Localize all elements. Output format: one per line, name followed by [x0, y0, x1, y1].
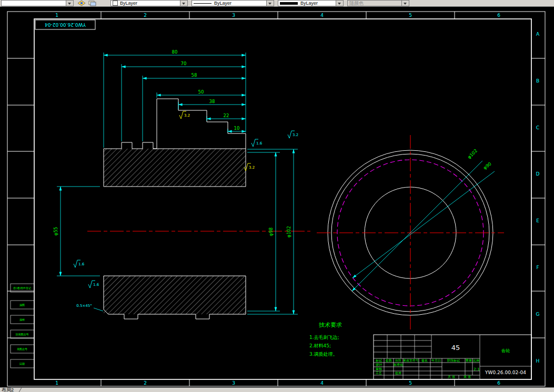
zone-letter: B — [536, 78, 539, 84]
zone-letter: F — [536, 265, 539, 270]
chevron-down-icon[interactable] — [336, 1, 343, 6]
lineweight-combo-value: ByLayer — [300, 1, 318, 6]
titleblock-label: 第 张 — [464, 375, 471, 379]
titleblock-label: 工艺 — [376, 371, 382, 375]
dim-text: 58 — [192, 73, 197, 78]
make-layer-current-icon[interactable] — [77, 0, 86, 6]
titleblock-label: 设计 — [376, 363, 382, 366]
zone-number: 3 — [232, 380, 235, 386]
chamfer-text: 0.5×45° — [76, 304, 92, 308]
margin-block-label: 描图 — [19, 303, 25, 307]
titleblock-scale: 2:1 — [474, 367, 479, 372]
zone-letter: H — [536, 358, 540, 364]
layer-previous-icon[interactable] — [87, 0, 97, 6]
chevron-down-icon[interactable] — [180, 1, 187, 6]
margin-block-label: 底图总号 — [17, 347, 27, 351]
plotstyle-combo[interactable]: 随颜色 — [347, 0, 409, 6]
linetype-combo-value: ByLayer — [214, 1, 231, 6]
plotstyle-combo-value: 随颜色 — [349, 0, 364, 7]
titleblock-material: 45 — [451, 344, 460, 352]
drawing-canvas[interactable]: 1 2 3 4 5 6 1 2 3 4 5 6 A B C D E F G H … — [0, 0, 554, 392]
lineweight-sample-icon — [280, 2, 298, 5]
dim-text: φ55 — [53, 227, 58, 235]
margin-block-label: 借(通)用件登记 — [13, 286, 31, 290]
titleblock-label: 签名 — [421, 358, 428, 363]
toolbar: ByLayer ByLayer ByLayer 随颜色 — [0, 0, 554, 7]
dim-text: 70 — [181, 61, 187, 66]
margin-block-label: 描校 — [19, 318, 25, 322]
zone-number: 1 — [55, 380, 58, 386]
tech-req-title: 技术要求 — [319, 322, 342, 328]
titleblock-label: 处数 — [385, 358, 392, 363]
zone-number: 3 — [232, 13, 235, 18]
zone-letter: C — [536, 125, 539, 130]
color-swatch-icon — [113, 1, 118, 6]
chevron-down-icon[interactable] — [66, 1, 73, 6]
dim-text: 38 — [209, 99, 215, 104]
dim-text: φ98 — [268, 228, 274, 236]
zone-letter: A — [536, 32, 540, 37]
titleblock-label: 比例 — [473, 358, 479, 363]
titleblock-label: 标准化 — [393, 363, 403, 367]
titleblock-label: 审核 — [376, 367, 382, 370]
dim-text: 22 — [224, 113, 229, 118]
roughness-value: 1.6 — [256, 141, 263, 146]
zone-number: 2 — [144, 13, 147, 18]
titleblock-label: 年月日 — [431, 358, 441, 363]
chevron-down-icon[interactable] — [266, 1, 274, 6]
roughness-value: 3.2 — [249, 166, 255, 170]
chevron-down-icon — [401, 1, 409, 6]
titleblock-label: 重量 — [465, 358, 472, 362]
dim-text: 10 — [234, 126, 240, 131]
layer-combo[interactable] — [1, 0, 74, 6]
zone-letter: D — [536, 171, 540, 177]
zone-number: 1 — [55, 13, 58, 18]
titleblock-label: 批准 — [395, 371, 401, 375]
tab-edge-divider — [19, 388, 27, 392]
zone-number: 6 — [497, 13, 500, 18]
color-combo-value: ByLayer — [120, 1, 137, 6]
tech-req-item: 2.材料45; — [309, 343, 331, 348]
zone-number: 4 — [320, 13, 324, 18]
lineweight-combo[interactable]: ByLayer — [278, 0, 344, 6]
linetype-combo[interactable]: ByLayer — [192, 0, 274, 6]
zone-number: 2 — [144, 380, 147, 386]
zone-number: 5 — [409, 380, 412, 386]
margin-block-label: 旧底图总号 — [16, 333, 29, 336]
roughness-value: 3.2 — [184, 114, 190, 118]
tech-req-item: 1.去毛刺飞边; — [309, 335, 339, 340]
statusbar: 布局2 — [0, 387, 554, 392]
dim-text: φ102 — [286, 226, 291, 238]
color-combo[interactable]: ByLayer — [110, 0, 188, 6]
titleblock-label: 阶段标记 — [447, 358, 460, 363]
titleblock-part-name: 齿轮 — [501, 348, 510, 353]
roughness-value: 3.2 — [293, 133, 298, 137]
margin-block-label: 日期 — [19, 362, 25, 366]
titleblock-label: 分区 — [395, 358, 401, 362]
dim-text: 80 — [172, 49, 178, 55]
zone-letter: E — [536, 218, 539, 223]
zone-number: 6 — [497, 380, 500, 386]
zone-number: 5 — [409, 13, 412, 18]
corner-part-number-text: YW0.26.00.02-04 — [45, 22, 86, 27]
linetype-sample-icon — [194, 3, 211, 4]
roughness-value: 1.6 — [78, 262, 85, 266]
roughness-value: 1.6 — [93, 283, 99, 287]
titleblock-label: 标记 — [375, 358, 382, 363]
titleblock-label: 更改文件号 — [403, 358, 419, 362]
dim-text: 50 — [198, 89, 204, 95]
zone-letter: G — [536, 312, 540, 317]
layout-tab[interactable]: 布局2 — [2, 388, 14, 392]
titleblock-label: 共 张 — [448, 375, 455, 379]
zone-number: 4 — [320, 380, 324, 386]
tech-req-item: 3.调质处理。 — [309, 352, 338, 357]
titleblock-drawing-no: YW0.26.00.02-04 — [485, 370, 526, 375]
